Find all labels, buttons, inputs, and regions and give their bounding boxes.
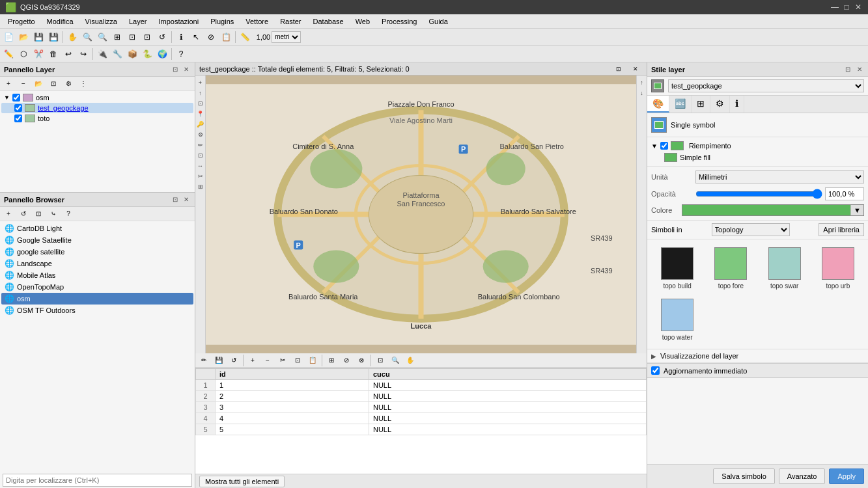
show-all-elements-btn[interactable]: Mostra tutti gli elementi <box>199 476 285 487</box>
style-tab-metadata[interactable]: ℹ <box>730 96 744 113</box>
side-btn-9[interactable]: ↔ <box>196 161 205 170</box>
minimize-btn[interactable]: — <box>830 3 839 12</box>
identify-btn[interactable]: ℹ <box>174 30 188 44</box>
browser-panel-float[interactable]: ⊡ <box>171 195 180 204</box>
map-area[interactable]: + ↑ ⊡ 📍 🔑 ⚙ ✏ ⊡ ↔ ✂ ⊞ <box>195 75 647 353</box>
save-edits-btn[interactable]: 💾 <box>212 353 226 368</box>
pan-btn[interactable]: ✋ <box>65 30 79 44</box>
menu-plugins[interactable]: Plugins <box>205 16 239 27</box>
open-library-btn[interactable]: Apri libreria <box>819 223 864 236</box>
unit-select[interactable]: Millimetri <box>695 170 864 183</box>
symbol-item-topo-build[interactable]: topo build <box>652 245 702 292</box>
browser-collapse-btn[interactable]: ⤷ <box>46 207 61 221</box>
browser-item-osm[interactable]: 🌐 osm <box>1 293 193 305</box>
open-project-btn[interactable]: 📂 <box>16 30 31 44</box>
plugin-btn-5[interactable]: 🌍 <box>155 47 169 61</box>
add-layer-btn[interactable]: + <box>1 77 16 91</box>
open-layer-btn[interactable]: 📂 <box>31 77 46 91</box>
menu-progetto[interactable]: Progetto <box>3 16 40 27</box>
new-project-btn[interactable]: 📄 <box>1 30 16 44</box>
scale-input-area[interactable]: 1,00 metri <box>253 30 305 44</box>
invert-sel-btn[interactable]: ⊘ <box>339 353 354 368</box>
window-controls[interactable]: — □ ✕ <box>830 3 863 12</box>
browser-item-landscape[interactable]: 🌐 Landscape <box>1 258 193 269</box>
layer-item-test-geopckage[interactable]: test_geopckage <box>1 103 193 113</box>
deselect-btn[interactable]: ⊘ <box>204 30 218 44</box>
menu-visualizza[interactable]: Visualizza <box>80 16 122 27</box>
menu-web[interactable]: Web <box>350 16 375 27</box>
right-side-btn-2[interactable]: ↓ <box>637 88 647 98</box>
side-btn-8[interactable]: ⊡ <box>196 151 205 160</box>
save-symbol-btn[interactable]: Salva simbolo <box>713 468 774 484</box>
side-btn-2[interactable]: ↑ <box>196 88 205 98</box>
plugin-btn-3[interactable]: 📦 <box>125 47 139 61</box>
add-feature-btn[interactable]: + <box>245 353 260 368</box>
edit-btn[interactable]: ✂️ <box>31 47 46 61</box>
tree-child-row[interactable]: Simple fill <box>651 152 864 163</box>
style-tab-fields[interactable]: ⊞ <box>692 96 710 113</box>
select-btn[interactable]: ↖ <box>189 30 203 44</box>
browser-item-google-sat2[interactable]: 🌐 google satellite <box>1 246 193 258</box>
tree-root-row[interactable]: ▼ Riempimento <box>651 140 864 152</box>
layer-filter-btn[interactable]: ⊡ <box>46 77 61 91</box>
side-btn-1[interactable]: + <box>196 78 205 87</box>
browser-search-input[interactable] <box>3 474 192 487</box>
symbols-in-select[interactable]: Topology <box>712 223 790 236</box>
symbol-item-topo-fore[interactable]: topo fore <box>706 245 755 292</box>
tree-expand-icon[interactable]: ▼ <box>651 142 658 150</box>
layer-item-toto[interactable]: toto <box>1 113 193 124</box>
col-id[interactable]: id <box>216 369 369 380</box>
browser-panel-close[interactable]: ✕ <box>182 195 191 204</box>
zoom-selection-btn[interactable]: ⊡ <box>140 30 154 44</box>
layer-visible-toto[interactable] <box>14 115 22 122</box>
style-layer-select[interactable]: test_geopckage <box>668 79 864 92</box>
menu-raster[interactable]: Raster <box>275 16 306 27</box>
menu-impostazioni[interactable]: Impostazioni <box>153 16 204 27</box>
opacity-slider[interactable] <box>695 189 822 199</box>
style-panel-float[interactable]: ⊡ <box>843 65 852 74</box>
deselect-btn[interactable]: ⊗ <box>354 353 369 368</box>
menu-processing[interactable]: Processing <box>376 16 422 27</box>
symbol-item-topo-swar[interactable]: topo swar <box>760 245 809 292</box>
attr-table-wrap[interactable]: id cucu 1 1 NULL 2 2 NULL 3 3 NULL 4 4 N… <box>195 368 647 474</box>
browser-filter-btn[interactable]: ⊡ <box>31 207 46 221</box>
layer-visible-osm[interactable] <box>12 94 20 102</box>
pan-selected-btn[interactable]: ✋ <box>403 353 417 368</box>
symbol-item-topo-urb[interactable]: topo urb <box>813 245 863 292</box>
zoom-selected-btn[interactable]: 🔍 <box>388 353 402 368</box>
col-cucu[interactable]: cucu <box>369 369 646 380</box>
scale-units-select[interactable]: metri <box>272 31 301 43</box>
plugin-btn-4[interactable]: 🐍 <box>140 47 154 61</box>
side-btn-4[interactable]: 📍 <box>196 109 205 118</box>
browser-settings-btn[interactable]: ? <box>61 207 76 221</box>
auto-update-checkbox[interactable] <box>651 366 660 375</box>
paste-feature-btn[interactable]: 📋 <box>305 353 320 368</box>
map-ctrl-2[interactable]: ✕ <box>628 62 643 76</box>
zoom-in-btn[interactable]: 🔍 <box>80 30 94 44</box>
layer-panel-close[interactable]: ✕ <box>182 65 191 74</box>
zoom-out-btn[interactable]: 🔍 <box>95 30 109 44</box>
close-btn[interactable]: ✕ <box>854 3 863 12</box>
menu-vettore[interactable]: Vettore <box>240 16 273 27</box>
side-btn-10[interactable]: ✂ <box>196 172 205 181</box>
copy-feature-btn[interactable]: ⊡ <box>290 353 305 368</box>
plugin-btn-2[interactable]: 🔧 <box>110 47 124 61</box>
style-tab-symbology[interactable]: 🎨 <box>647 96 669 113</box>
layer-panel-float[interactable]: ⊡ <box>171 65 180 74</box>
side-btn-5[interactable]: 🔑 <box>196 120 205 129</box>
save-btn[interactable]: 💾 <box>31 30 46 44</box>
browser-item-osmtf[interactable]: 🌐 OSM TF Outdoors <box>1 305 193 316</box>
zoom-full-btn[interactable]: ⊞ <box>110 30 124 44</box>
digitize-btn[interactable]: ✏️ <box>1 47 16 61</box>
apply-btn[interactable]: Apply <box>829 468 864 484</box>
delete-btn[interactable]: 🗑 <box>46 47 61 61</box>
help-btn[interactable]: ? <box>174 47 188 61</box>
maximize-btn[interactable]: □ <box>842 3 851 12</box>
browser-refresh-btn[interactable]: ↺ <box>16 207 31 221</box>
style-panel-close[interactable]: ✕ <box>855 65 864 74</box>
browser-item-cartodb[interactable]: 🌐 CartoDB Light <box>1 223 193 234</box>
cut-feature-btn[interactable]: ✂ <box>275 353 290 368</box>
browser-item-opentopo[interactable]: 🌐 OpenTopoMap <box>1 281 193 293</box>
menu-database[interactable]: Database <box>308 16 349 27</box>
refresh-btn[interactable]: ↺ <box>155 30 169 44</box>
